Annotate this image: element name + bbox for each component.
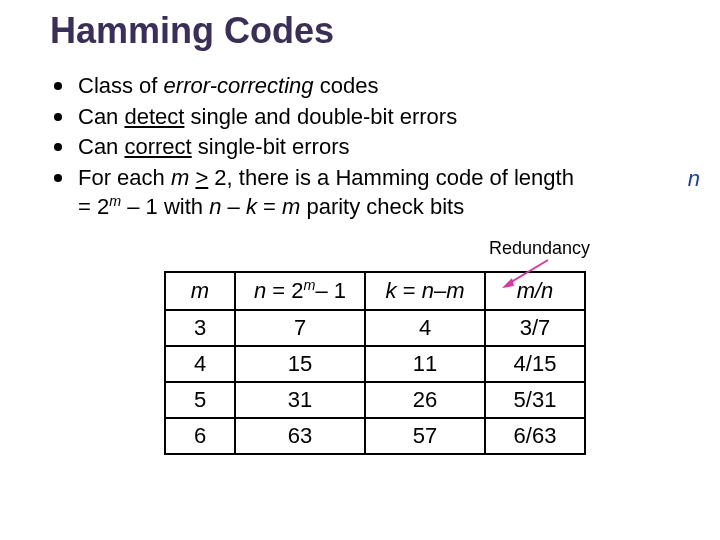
emphasis: error-correcting	[164, 73, 314, 98]
text: =	[257, 195, 282, 220]
callout-n: n	[676, 164, 700, 194]
cell: 3/7	[485, 310, 585, 346]
ge-symbol: >	[195, 165, 208, 190]
underline: detect	[124, 104, 184, 129]
var-m: m	[282, 195, 300, 220]
text: = 2	[78, 195, 109, 220]
text: k	[386, 278, 397, 303]
text: m	[446, 278, 464, 303]
cell: 6/63	[485, 418, 585, 454]
cell: 26	[365, 382, 485, 418]
bullet-item: Class of error-correcting codes	[50, 72, 700, 101]
col-k: k = n–m	[365, 272, 485, 309]
text: Can	[78, 134, 124, 159]
text: n	[422, 278, 434, 303]
bullet-list: Class of error-correcting codes Can dete…	[50, 72, 700, 222]
col-m: m	[165, 272, 235, 309]
cell: 5	[165, 382, 235, 418]
cell: 15	[235, 346, 365, 382]
text: Can	[78, 104, 124, 129]
text: single-bit errors	[192, 134, 350, 159]
svg-line-0	[508, 260, 548, 284]
cell: 31	[235, 382, 365, 418]
cell: 57	[365, 418, 485, 454]
text: –	[221, 195, 245, 220]
superscript: m	[304, 277, 316, 293]
cell: 3	[165, 310, 235, 346]
svg-marker-1	[502, 278, 514, 288]
cell: 11	[365, 346, 485, 382]
redundancy-label: Redundancy	[489, 238, 590, 258]
slide: Hamming Codes Class of error-correcting …	[0, 0, 720, 540]
bullet-item: For each m > 2, there is a Hamming code …	[50, 164, 700, 223]
bullet-main: For each m > 2, there is a Hamming code …	[78, 164, 676, 223]
text: parity check bits	[300, 195, 464, 220]
cell: 4	[165, 346, 235, 382]
var-k: k	[246, 195, 257, 220]
cell: 7	[235, 310, 365, 346]
cell: 4/15	[485, 346, 585, 382]
text: codes	[314, 73, 379, 98]
var-m: m	[171, 165, 189, 190]
cell: 5/31	[485, 382, 585, 418]
text: – 1	[315, 279, 346, 304]
text: For each	[78, 165, 171, 190]
cell: 63	[235, 418, 365, 454]
col-n: n = 2m– 1	[235, 272, 365, 309]
underline: correct	[124, 134, 191, 159]
arrow-icon	[500, 258, 550, 288]
bullet-item: Can correct single-bit errors	[50, 133, 700, 162]
hamming-table: m n = 2m– 1 k = n–m m/n 3 7 4 3/7 4 15 1…	[164, 271, 586, 454]
text: m	[191, 278, 209, 303]
table-row: 3 7 4 3/7	[165, 310, 585, 346]
table-row: 6 63 57 6/63	[165, 418, 585, 454]
text: –	[434, 278, 446, 303]
cell: 4	[365, 310, 485, 346]
text: = 2	[266, 279, 303, 304]
table-row: 5 31 26 5/31	[165, 382, 585, 418]
var-n: n	[209, 195, 221, 220]
superscript: m	[109, 193, 121, 209]
text: 2, there is a Hamming code of length	[208, 165, 574, 190]
redundancy-label-wrap: Redundancy	[50, 238, 700, 259]
bullet-item: Can detect single and double-bit errors	[50, 103, 700, 132]
text: n	[254, 279, 266, 304]
text: =	[397, 278, 422, 303]
text: Class of	[78, 73, 164, 98]
text: single and double-bit errors	[184, 104, 457, 129]
page-title: Hamming Codes	[50, 10, 700, 52]
table-row: 4 15 11 4/15	[165, 346, 585, 382]
cell: 6	[165, 418, 235, 454]
text: – 1 with	[121, 195, 209, 220]
